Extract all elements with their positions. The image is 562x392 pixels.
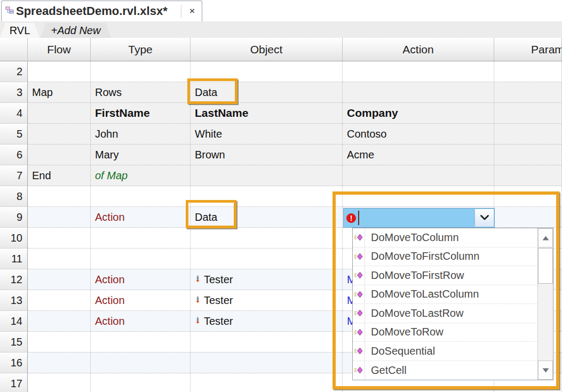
column-header-params[interactable]: Params — [494, 38, 562, 61]
column-header-object[interactable]: Object — [191, 38, 343, 61]
tab-rvl[interactable]: RVL — [0, 23, 39, 38]
cell-object-2[interactable] — [191, 61, 343, 82]
cell-type-6[interactable]: Mary — [91, 145, 191, 165]
document-tab[interactable]: SpreadsheetDemo.rvl.xlsx* × — [1, 1, 202, 21]
cell-action-7[interactable] — [343, 165, 494, 186]
column-header-type[interactable]: Type — [91, 38, 191, 61]
row-header-3[interactable]: 3 — [0, 82, 28, 103]
column-header-flow[interactable]: Flow — [28, 38, 91, 61]
cell-flow-10[interactable] — [28, 228, 91, 249]
cell-flow-8[interactable] — [28, 186, 91, 207]
cell-params-4[interactable] — [494, 103, 562, 124]
row-header-13[interactable]: 13 — [0, 290, 28, 311]
row-header-11[interactable]: 11 — [0, 249, 28, 269]
cell-flow-5[interactable] — [28, 124, 91, 145]
cell-object-6[interactable]: Brown — [191, 145, 343, 165]
row-header-17[interactable]: 17 — [0, 373, 28, 392]
cell-flow-12[interactable] — [28, 269, 91, 290]
row-header-8[interactable]: 8 — [0, 186, 28, 207]
row-header-15[interactable]: 15 — [0, 332, 28, 353]
cell-flow-16[interactable] — [28, 353, 91, 373]
cell-type-7[interactable]: of Map — [91, 165, 191, 186]
scroll-up-button[interactable] — [538, 228, 553, 247]
cell-object-10[interactable] — [191, 228, 343, 249]
cell-type-3[interactable]: Rows — [91, 82, 191, 103]
cell-params-2[interactable] — [494, 61, 562, 82]
column-header-action[interactable]: Action — [343, 38, 494, 61]
tab-add-new[interactable]: +Add New — [41, 23, 111, 38]
cell-params-7[interactable] — [494, 165, 562, 186]
cell-object-9[interactable]: Data — [191, 207, 343, 228]
close-tab-icon[interactable]: × — [183, 1, 202, 21]
cell-action-8[interactable] — [343, 186, 494, 207]
cell-type-16[interactable] — [91, 353, 191, 373]
combobox-dropdown-button[interactable] — [474, 209, 494, 227]
dropdown-item-DoMoveToRow[interactable]: DoMoveToRow — [353, 323, 537, 342]
cell-object-13[interactable]: Tester — [191, 290, 343, 311]
cell-object-8[interactable] — [191, 186, 343, 207]
cell-flow-14[interactable] — [28, 311, 91, 332]
cell-action-3[interactable] — [343, 82, 494, 103]
cell-flow-17[interactable] — [28, 373, 91, 392]
cell-flow-6[interactable] — [28, 145, 91, 165]
dropdown-item-DoMoveToLastRow[interactable]: DoMoveToLastRow — [353, 304, 537, 323]
cell-params-6[interactable] — [494, 145, 562, 165]
cell-type-17[interactable] — [91, 373, 191, 392]
cell-params-8[interactable] — [494, 186, 562, 207]
cell-action-6[interactable]: Acme — [343, 145, 494, 165]
cell-object-12[interactable]: Tester — [191, 269, 343, 290]
cell-type-14[interactable]: Action — [91, 311, 191, 332]
scroll-down-button[interactable] — [538, 361, 553, 380]
dropdown-item-DoSequential[interactable]: DoSequential — [353, 342, 537, 361]
row-header-2[interactable]: 2 — [0, 61, 28, 82]
cell-action-4[interactable]: Company — [343, 103, 494, 124]
cell-flow-9[interactable] — [28, 207, 91, 228]
cell-object-15[interactable] — [191, 332, 343, 353]
dropdown-item-DoMoveToLastColumn[interactable]: DoMoveToLastColumn — [353, 285, 537, 305]
dropdown-item-DoMoveToColumn[interactable]: DoMoveToColumn — [353, 228, 537, 247]
cell-type-8[interactable] — [91, 186, 191, 207]
row-header-7[interactable]: 7 — [0, 165, 28, 186]
cell-type-15[interactable] — [91, 332, 191, 353]
cell-params-5[interactable] — [494, 124, 562, 145]
cell-type-10[interactable] — [91, 228, 191, 249]
cell-object-17[interactable] — [191, 373, 343, 392]
cell-type-12[interactable]: Action — [91, 269, 191, 290]
cell-object-11[interactable] — [191, 249, 343, 269]
cell-flow-4[interactable] — [28, 103, 91, 124]
cell-type-11[interactable] — [91, 249, 191, 269]
cell-flow-15[interactable] — [28, 332, 91, 353]
cell-object-14[interactable]: Tester — [191, 311, 343, 332]
cell-object-5[interactable]: White — [191, 124, 343, 145]
cell-type-5[interactable]: John — [91, 124, 191, 145]
cell-object-7[interactable] — [191, 165, 343, 186]
cell-type-9[interactable]: Action — [91, 207, 191, 228]
cell-type-2[interactable] — [91, 61, 191, 82]
cell-type-4[interactable]: FirstName — [91, 103, 191, 124]
cell-action-5[interactable]: Contoso — [343, 124, 494, 145]
cell-object-4[interactable]: LastName — [191, 103, 343, 124]
cell-params-9[interactable] — [494, 207, 562, 228]
cell-flow-7[interactable]: End — [28, 165, 91, 186]
row-header-14[interactable]: 14 — [0, 311, 28, 332]
cell-params-3[interactable] — [494, 82, 562, 103]
row-header-12[interactable]: 12 — [0, 269, 28, 290]
row-header-9[interactable]: 9 — [0, 207, 28, 228]
cell-object-3[interactable]: Data — [191, 82, 343, 103]
row-header-4[interactable]: 4 — [0, 103, 28, 124]
dropdown-scrollbar[interactable] — [537, 228, 553, 380]
cell-flow-13[interactable] — [28, 290, 91, 311]
corner-header-cell[interactable] — [0, 38, 28, 61]
dropdown-item-DoMoveToFirstColumn[interactable]: DoMoveToFirstColumn — [353, 247, 537, 267]
cell-type-13[interactable]: Action — [91, 290, 191, 311]
row-header-6[interactable]: 6 — [0, 145, 28, 165]
cell-action-2[interactable] — [343, 61, 494, 82]
row-header-10[interactable]: 10 — [0, 228, 28, 249]
cell-object-16[interactable] — [191, 353, 343, 373]
cell-flow-11[interactable] — [28, 249, 91, 269]
cell-flow-3[interactable]: Map — [28, 82, 91, 103]
cell-flow-2[interactable] — [28, 61, 91, 82]
dropdown-item-DoMoveToFirstRow[interactable]: DoMoveToFirstRow — [353, 266, 537, 285]
row-header-16[interactable]: 16 — [0, 353, 28, 373]
row-header-5[interactable]: 5 — [0, 124, 28, 145]
